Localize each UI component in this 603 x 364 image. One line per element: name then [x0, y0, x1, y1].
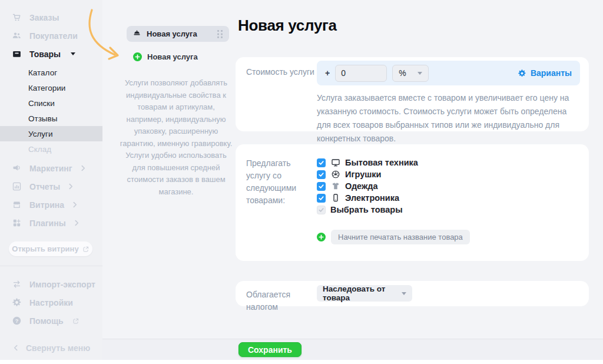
footer-bar: Сохранить — [102, 339, 603, 360]
sidebar-item-products[interactable]: Товары — [0, 45, 102, 63]
cost-label: Стоимость услуги — [236, 57, 317, 131]
sidebar-item-label: Покупатели — [29, 31, 78, 41]
cost-description: Услуга заказывается вместе с товаром и у… — [317, 91, 580, 145]
admin-app: Заказы Покупатели Товары Каталог Категор… — [0, 0, 603, 364]
sidebar-divider — [0, 266, 102, 266]
checkbox-row-electronics[interactable]: Электроника — [317, 192, 580, 204]
sidebar-item-stock[interactable]: Склад — [0, 141, 102, 157]
sidebar-item-services[interactable]: Услуги — [0, 126, 102, 141]
checkbox-row-select-products[interactable]: Выбрать товары — [317, 204, 580, 216]
monitor-icon — [330, 158, 340, 168]
sidebar-item-storefront[interactable]: Витрина — [0, 196, 102, 214]
checkbox-row-appliances[interactable]: Бытовая техника — [317, 157, 580, 168]
plus-circle-icon[interactable] — [317, 233, 326, 241]
chevron-right-icon — [73, 201, 77, 208]
sidebar-item-marketing[interactable]: Маркетинг — [0, 159, 102, 177]
services-description: Услуги позволяют добавлять индивидуальны… — [120, 77, 233, 198]
svg-text:?: ? — [15, 318, 18, 324]
cost-input-row: + % Варианты — [317, 61, 580, 85]
add-product-input[interactable]: Начните печатать название товара — [331, 230, 470, 244]
import-export-icon — [11, 279, 22, 290]
sidebar-item-label: Витрина — [29, 200, 64, 210]
checkbox-label: Игрушки — [345, 170, 381, 179]
chevron-down-icon — [418, 72, 422, 75]
chevron-right-icon — [75, 220, 79, 226]
sidebar-item-reports[interactable]: Отчеты — [0, 177, 102, 196]
checkbox-row-toys[interactable]: Игрушки — [317, 168, 580, 180]
cost-unit-select[interactable]: % — [392, 65, 429, 82]
sidebar-item-orders[interactable]: Заказы — [0, 8, 102, 27]
sidebar-item-label: Списки — [28, 99, 55, 108]
tshirt-icon — [330, 181, 340, 191]
megaphone-icon — [11, 163, 22, 174]
tax-card: Облагается налогом Наследовать от товара — [236, 281, 589, 306]
external-link-icon — [72, 317, 79, 325]
open-storefront-label: Открыть витрину — [12, 244, 78, 253]
sidebar-item-customers[interactable]: Покупатели — [0, 27, 102, 45]
checkbox-checked[interactable] — [317, 194, 326, 203]
page-title: Новая услуга — [238, 16, 337, 35]
sidebar-item-label: Плагины — [29, 219, 66, 228]
sidebar-item-catalog[interactable]: Каталог — [0, 65, 102, 80]
checkbox-label: Бытовая техника — [345, 158, 418, 167]
sidebar-item-label: Импорт-экспорт — [29, 280, 95, 289]
window-bottom-edge — [0, 360, 603, 364]
chevron-right-icon — [69, 183, 73, 190]
chevron-right-icon — [81, 165, 85, 171]
checkbox-row-clothes[interactable]: Одежда — [317, 180, 580, 192]
cost-value-input[interactable] — [335, 65, 387, 82]
sidebar-bottom-group: Импорт-экспорт Настройки ? Помощь Сверну… — [0, 275, 102, 357]
sidebar-item-settings[interactable]: Настройки — [0, 293, 102, 312]
sidebar-item-help[interactable]: ? Помощь — [0, 312, 102, 330]
help-icon: ? — [11, 316, 22, 326]
checkbox-label: Выбрать товары — [330, 205, 403, 214]
add-service-label: Новая услуга — [147, 52, 198, 61]
drag-handle-icon[interactable] — [217, 30, 223, 38]
sidebar-item-label: Отчеты — [29, 182, 60, 191]
gear-icon — [11, 297, 22, 308]
add-product-placeholder: Начните печатать название товара — [338, 233, 463, 241]
smartphone-icon — [330, 193, 340, 203]
plugins-icon — [11, 218, 22, 229]
sidebar-item-reviews[interactable]: Отзывы — [0, 111, 102, 126]
gear-icon — [518, 69, 526, 78]
collapse-menu-button[interactable]: Свернуть меню — [0, 339, 102, 357]
checkbox-unchecked[interactable] — [317, 206, 326, 214]
tax-select-value: Наследовать от товара — [323, 284, 402, 302]
offer-label: Предлагать услугу со следующими товарами… — [236, 144, 317, 261]
service-tab[interactable]: Новая услуга — [127, 26, 229, 42]
add-product-row: Начните печатать название товара — [317, 230, 580, 244]
bar-chart-icon — [11, 181, 22, 192]
sidebar-item-label: Товары — [29, 49, 61, 59]
tax-select[interactable]: Наследовать от товара — [317, 285, 412, 302]
sidebar-item-label: Маркетинг — [29, 164, 72, 173]
sidebar-item-label: Категории — [28, 84, 65, 92]
checkbox-label: Электроника — [345, 193, 399, 203]
sidebar-item-label: Помощь — [29, 316, 64, 326]
sidebar-item-import-export[interactable]: Импорт-экспорт — [0, 275, 102, 293]
checkbox-label: Одежда — [345, 181, 378, 191]
cost-card: Стоимость услуги + % Варианты Услуга зак… — [236, 57, 589, 131]
sidebar-item-label: Каталог — [28, 68, 57, 77]
checkbox-checked[interactable] — [317, 182, 326, 191]
service-tab-label: Новая услуга — [147, 29, 212, 38]
variants-label: Варианты — [531, 68, 572, 78]
sidebar-item-lists[interactable]: Списки — [0, 95, 102, 111]
collapse-menu-label: Свернуть меню — [26, 343, 90, 353]
checkbox-checked[interactable] — [317, 170, 326, 179]
storefront-icon — [11, 200, 22, 210]
chevron-left-icon — [14, 345, 18, 351]
variants-button[interactable]: Варианты — [518, 68, 572, 78]
save-button[interactable]: Сохранить — [238, 342, 302, 357]
soccer-ball-icon — [330, 170, 340, 180]
sidebar-item-plugins[interactable]: Плагины — [0, 214, 102, 232]
checkbox-checked[interactable] — [317, 158, 326, 167]
open-storefront-button[interactable]: Открыть витрину — [9, 241, 92, 256]
products-submenu: Каталог Категории Списки Отзывы Услуги С… — [0, 65, 102, 157]
tax-label: Облагается налогом — [236, 281, 317, 306]
plus-circle-icon — [133, 52, 142, 61]
add-service-link[interactable]: Новая услуга — [133, 52, 198, 61]
sidebar-item-label: Склад — [28, 145, 51, 154]
offer-card: Предлагать услугу со следующими товарами… — [236, 144, 589, 261]
sidebar-item-categories[interactable]: Категории — [0, 80, 102, 95]
